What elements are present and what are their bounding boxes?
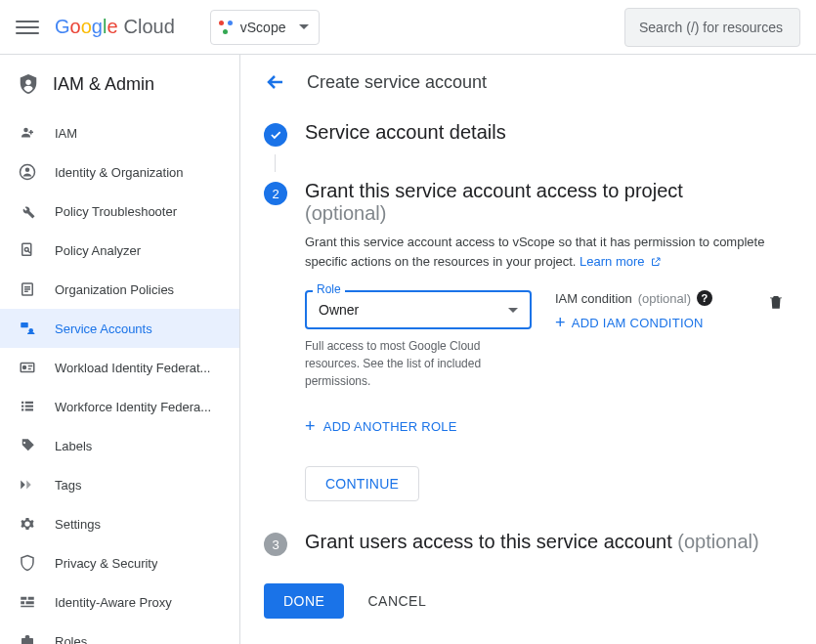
done-button[interactable]: DONE bbox=[264, 583, 344, 619]
project-name: vScope bbox=[240, 20, 286, 35]
sidebar-item-policy-analyzer[interactable]: Policy Analyzer bbox=[0, 231, 239, 270]
step-connector bbox=[275, 154, 276, 172]
svg-point-5 bbox=[24, 247, 28, 251]
svg-point-0 bbox=[25, 79, 31, 85]
svg-point-1 bbox=[23, 128, 28, 133]
iam-optional-label: (optional) bbox=[638, 291, 691, 306]
back-arrow-icon[interactable] bbox=[264, 70, 287, 94]
role-description: Full access to most Google Cloud resourc… bbox=[305, 337, 500, 390]
sidebar-item-identity-org[interactable]: Identity & Organization bbox=[0, 152, 239, 192]
sidebar-item-roles[interactable]: Roles bbox=[0, 622, 239, 644]
step-2: 2 Grant this service account access to p… bbox=[264, 180, 793, 225]
iam-condition-header: IAM condition (optional) ? bbox=[555, 290, 744, 306]
menu-icon[interactable] bbox=[16, 16, 39, 39]
search-input[interactable]: Search (/) for resources bbox=[624, 8, 800, 47]
sidebar-item-policy-troubleshooter[interactable]: Policy Troubleshooter bbox=[0, 192, 239, 231]
project-picker[interactable]: vScope bbox=[210, 10, 321, 45]
sidebar-header: IAM & Admin bbox=[0, 55, 239, 113]
plus-icon: + bbox=[555, 314, 566, 331]
sidebar-item-label: Labels bbox=[55, 439, 92, 453]
external-link-icon bbox=[650, 256, 662, 268]
google-cloud-logo[interactable]: Google Cloud bbox=[55, 16, 175, 38]
svg-point-10 bbox=[23, 366, 26, 369]
delete-role-icon[interactable] bbox=[767, 292, 785, 312]
sidebar-item-label: Privacy & Security bbox=[55, 556, 157, 571]
role-select[interactable]: Role Owner bbox=[305, 290, 532, 329]
sidebar-item-label: Workload Identity Federat... bbox=[55, 361, 210, 375]
card-icon bbox=[18, 358, 37, 377]
help-icon[interactable]: ? bbox=[697, 290, 712, 306]
wrench-icon bbox=[18, 201, 37, 221]
svg-point-3 bbox=[25, 168, 30, 173]
learn-more-link[interactable]: Learn more bbox=[580, 254, 662, 269]
sidebar-item-settings[interactable]: Settings bbox=[0, 504, 239, 543]
sidebar-item-labels[interactable]: Labels bbox=[0, 426, 239, 465]
shield-person-icon bbox=[18, 72, 39, 96]
sidebar-item-org-policies[interactable]: Organization Policies bbox=[0, 270, 239, 309]
sidebar-item-label: Organization Policies bbox=[55, 282, 174, 297]
step-3-title: Grant users access to this service accou… bbox=[305, 531, 677, 552]
footer-actions: DONE CANCEL bbox=[264, 583, 793, 619]
step-2-help-text: Grant this service account access to vSc… bbox=[305, 233, 785, 271]
main-content: Create service account Service account d… bbox=[240, 55, 816, 644]
step-1-badge-check-icon bbox=[264, 123, 287, 147]
service-account-icon bbox=[18, 319, 37, 338]
add-iam-condition-button[interactable]: + ADD IAM CONDITION bbox=[555, 314, 744, 331]
svg-rect-20 bbox=[21, 601, 24, 604]
sidebar-item-workforce-identity[interactable]: Workforce Identity Federa... bbox=[0, 387, 239, 426]
svg-point-17 bbox=[23, 442, 25, 444]
sidebar-item-label: Identity-Aware Proxy bbox=[55, 595, 172, 610]
role-assignment-row: Role Owner Full access to most Google Cl… bbox=[305, 290, 785, 390]
sidebar-item-label: Policy Troubleshooter bbox=[55, 204, 177, 219]
step-3-optional: (optional) bbox=[677, 531, 758, 552]
svg-rect-18 bbox=[21, 597, 26, 600]
sidebar-item-privacy-security[interactable]: Privacy & Security bbox=[0, 543, 239, 582]
svg-rect-22 bbox=[21, 606, 34, 608]
stepper-content: Service account details 2 Grant this ser… bbox=[240, 109, 816, 644]
sidebar-item-iam[interactable]: IAM bbox=[0, 113, 239, 152]
step-2-badge: 2 bbox=[264, 182, 287, 205]
grid-list-icon bbox=[18, 397, 37, 416]
svg-rect-12 bbox=[21, 406, 23, 408]
tag-icon bbox=[18, 436, 37, 455]
wall-icon bbox=[18, 592, 37, 612]
sidebar-item-label: IAM bbox=[55, 126, 77, 141]
svg-rect-21 bbox=[26, 601, 34, 604]
svg-rect-11 bbox=[21, 402, 23, 404]
cancel-button[interactable]: CANCEL bbox=[367, 593, 426, 609]
continue-button[interactable]: CONTINUE bbox=[305, 466, 419, 501]
sidebar-title: IAM & Admin bbox=[53, 74, 154, 95]
sidebar: IAM & Admin IAM Identity & Organization … bbox=[0, 55, 240, 644]
document-search-icon bbox=[18, 240, 37, 260]
sidebar-item-label: Roles bbox=[55, 634, 87, 645]
sidebar-item-workload-identity[interactable]: Workload Identity Federat... bbox=[0, 348, 239, 387]
help-text-content: Grant this service account access to vSc… bbox=[305, 235, 764, 269]
plus-icon: + bbox=[305, 417, 316, 435]
sidebar-item-iap[interactable]: Identity-Aware Proxy bbox=[0, 582, 239, 622]
step-3-badge: 3 bbox=[264, 533, 287, 556]
step-2-body: Grant this service account access to vSc… bbox=[305, 233, 793, 501]
sidebar-item-service-accounts[interactable]: Service Accounts bbox=[0, 309, 239, 348]
svg-rect-15 bbox=[25, 406, 33, 408]
briefcase-icon bbox=[18, 631, 37, 644]
add-another-role-button[interactable]: + ADD ANOTHER ROLE bbox=[305, 417, 457, 435]
sidebar-item-label: Tags bbox=[55, 478, 81, 493]
sidebar-item-label: Workforce Identity Federa... bbox=[55, 400, 211, 414]
step-1-title: Service account details bbox=[305, 121, 506, 147]
step-2-title: Grant this service account access to pro… bbox=[305, 180, 683, 201]
tags-icon bbox=[18, 475, 37, 494]
shield-outline-icon bbox=[18, 553, 37, 573]
role-floating-label: Role bbox=[313, 282, 345, 296]
sidebar-item-label: Policy Analyzer bbox=[55, 243, 141, 258]
page-header: Create service account bbox=[240, 55, 816, 109]
sidebar-item-tags[interactable]: Tags bbox=[0, 465, 239, 504]
svg-rect-19 bbox=[28, 597, 34, 600]
top-bar: Google Cloud vScope Search (/) for resou… bbox=[0, 0, 816, 55]
list-doc-icon bbox=[18, 279, 37, 299]
svg-rect-16 bbox=[25, 408, 33, 410]
sidebar-item-label: Service Accounts bbox=[55, 322, 152, 336]
person-circle-icon bbox=[18, 162, 37, 182]
sidebar-item-label: Settings bbox=[55, 517, 101, 532]
person-add-icon bbox=[18, 123, 37, 143]
project-dots-icon bbox=[219, 21, 233, 34]
